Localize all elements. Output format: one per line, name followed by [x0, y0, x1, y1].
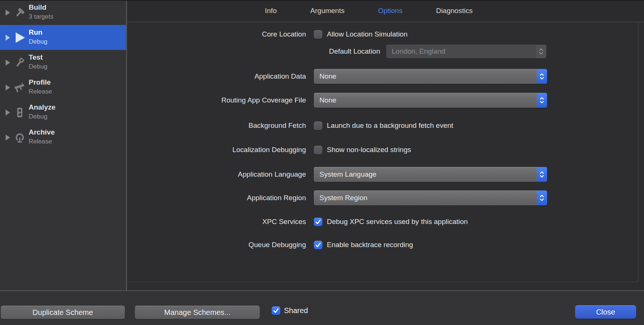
popup-value: None [319, 96, 336, 104]
scheme-subtitle: Debug [29, 38, 47, 46]
analyze-icon [13, 106, 26, 119]
sidebar-item-analyze[interactable]: Analyze Debug [0, 100, 126, 125]
field-label: XPC Services [127, 218, 306, 226]
checkbox-label: Enable backtrace recording [327, 241, 413, 249]
scheme-title: Profile [29, 78, 52, 87]
scheme-title: Build [29, 3, 53, 12]
default-location-row: Default Location London, England [127, 45, 546, 58]
checkmark-icon [273, 308, 279, 313]
field-label: Queue Debugging [127, 241, 306, 249]
scheme-subtitle: 3 targets [29, 13, 53, 21]
clamp-icon [13, 131, 26, 144]
popup-value: System Region [319, 194, 367, 202]
application-region-row: Application Region System Region [127, 190, 547, 205]
field-label: Application Data [127, 72, 306, 81]
sidebar-item-build[interactable]: Build 3 targets [0, 0, 126, 25]
field-label: Application Language [127, 170, 306, 179]
tab-info[interactable]: Info [265, 7, 277, 15]
localization-debugging-row: Localization Debugging Show non-localize… [127, 145, 411, 155]
disclosure-triangle-icon[interactable] [6, 60, 10, 66]
default-location-popup: London, England [386, 45, 546, 58]
tab-arguments[interactable]: Arguments [310, 7, 345, 15]
caliper-icon [13, 81, 26, 94]
sidebar-item-test[interactable]: Test Debug [0, 50, 126, 75]
core-location-row: Core Location Allow Location Simulation [127, 29, 408, 39]
scheme-subtitle: Debug [29, 63, 47, 71]
field-label: Localization Debugging [127, 146, 306, 154]
checkmark-icon [315, 219, 321, 225]
routing-app-coverage-row: Routing App Coverage File None [127, 93, 547, 108]
popup-stepper-icon [537, 190, 547, 205]
shared-control: Shared [272, 306, 308, 315]
queue-debugging-row: Queue Debugging Enable backtrace recordi… [127, 240, 413, 250]
field-label: Background Fetch [127, 122, 306, 130]
duplicate-scheme-button[interactable]: Duplicate Scheme [1, 306, 125, 319]
enable-backtrace-recording-checkbox[interactable] [314, 241, 322, 249]
checkbox-label: Allow Location Simulation [327, 30, 408, 38]
popup-value: System Language [319, 170, 376, 179]
application-language-popup[interactable]: System Language [314, 167, 547, 182]
field-label: Default Location [127, 47, 380, 56]
sidebar-item-run[interactable]: Run Debug [0, 25, 126, 50]
scheme-subtitle: Release [29, 138, 55, 146]
play-icon [13, 31, 26, 44]
field-label: Core Location [127, 30, 306, 38]
allow-location-simulation-checkbox[interactable] [314, 30, 322, 39]
xpc-services-row: XPC Services Debug XPC services used by … [127, 217, 468, 227]
manage-schemes-button[interactable]: Manage Schemes... [135, 306, 260, 319]
sidebar-item-archive[interactable]: Archive Release [0, 125, 126, 150]
popup-stepper-icon [536, 45, 546, 58]
popup-stepper-icon [537, 167, 547, 182]
wrench-icon [13, 56, 26, 69]
close-button[interactable]: Close [575, 305, 636, 319]
disclosure-triangle-icon[interactable] [6, 85, 10, 91]
disclosure-triangle-icon[interactable] [6, 110, 10, 116]
shared-label: Shared [284, 306, 308, 315]
window-top-edge [0, 0, 644, 1]
routing-app-coverage-popup[interactable]: None [314, 93, 547, 108]
field-label: Application Region [127, 194, 306, 202]
checkbox-label: Launch due to a background fetch event [327, 122, 453, 130]
checkbox-label: Show non-localized strings [327, 146, 411, 154]
popup-stepper-icon [537, 93, 547, 108]
disclosure-triangle-icon[interactable] [6, 35, 10, 41]
scheme-title: Archive [29, 128, 55, 137]
edit-scheme-sheet: Build 3 targets Run Debug Test Debug [0, 0, 644, 325]
tab-diagnostics[interactable]: Diagnostics [436, 7, 473, 15]
sidebar-item-profile[interactable]: Profile Release [0, 75, 126, 100]
scheme-subtitle: Release [29, 88, 52, 96]
shared-checkbox[interactable] [272, 306, 280, 315]
popup-value: London, England [392, 47, 445, 56]
disclosure-triangle-icon[interactable] [6, 135, 10, 141]
popup-value: None [319, 72, 336, 81]
popup-stepper-icon [537, 69, 547, 84]
debug-xpc-services-checkbox[interactable] [314, 218, 322, 226]
background-fetch-row: Background Fetch Launch due to a backgro… [127, 121, 453, 130]
options-form: Core Location Allow Location Simulation … [127, 22, 638, 282]
show-non-localized-strings-checkbox[interactable] [314, 146, 322, 154]
disclosure-triangle-icon[interactable] [6, 10, 10, 16]
application-data-popup[interactable]: None [314, 69, 547, 84]
scheme-subtitle: Debug [29, 113, 56, 121]
application-language-row: Application Language System Language [127, 167, 547, 182]
scheme-title: Test [29, 53, 47, 62]
background-fetch-checkbox[interactable] [314, 122, 322, 130]
application-region-popup[interactable]: System Region [314, 190, 547, 205]
scheme-tab-bar: Info Arguments Options Diagnostics [127, 0, 644, 22]
tab-options[interactable]: Options [378, 7, 402, 15]
scheme-title: Run [29, 28, 47, 37]
checkbox-label: Debug XPC services used by this applicat… [327, 218, 468, 226]
application-data-row: Application Data None [127, 69, 547, 84]
hammer-icon [13, 6, 26, 19]
scheme-title: Analyze [29, 103, 56, 112]
field-label: Routing App Coverage File [127, 96, 306, 104]
footer-bar: Duplicate Scheme Manage Schemes... Share… [0, 290, 644, 325]
scheme-action-sidebar: Build 3 targets Run Debug Test Debug [0, 0, 126, 290]
checkmark-icon [315, 242, 321, 248]
